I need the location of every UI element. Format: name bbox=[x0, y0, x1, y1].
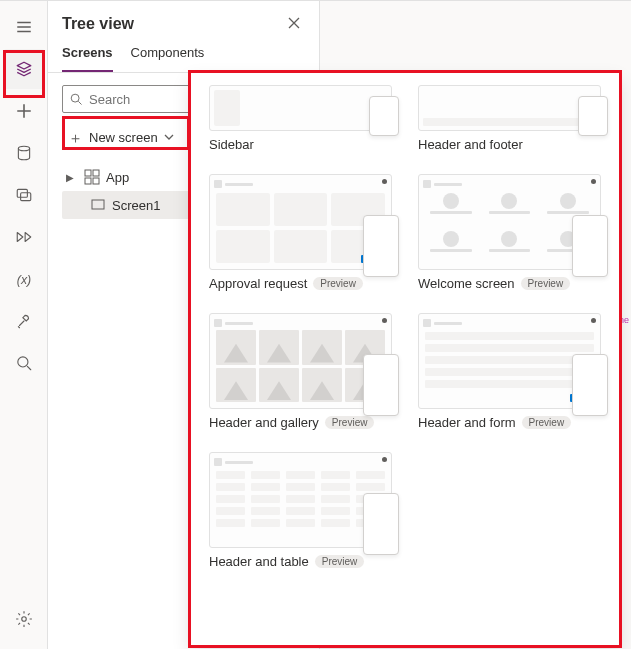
preview-badge: Preview bbox=[315, 555, 365, 568]
svg-point-5 bbox=[21, 617, 26, 622]
panel-title: Tree view bbox=[62, 15, 134, 33]
chevron-right-icon: ▶ bbox=[66, 172, 78, 183]
tab-screens[interactable]: Screens bbox=[62, 41, 113, 72]
hamburger-icon bbox=[15, 18, 33, 36]
close-panel-button[interactable] bbox=[283, 12, 305, 37]
flows-icon bbox=[15, 228, 33, 246]
layout-option-approval-request[interactable]: Approval request Preview bbox=[209, 174, 392, 291]
screen-icon bbox=[90, 197, 106, 213]
close-icon bbox=[287, 16, 301, 30]
app-icon bbox=[84, 169, 100, 185]
layout-option-header-table[interactable]: Header and table Preview bbox=[209, 452, 392, 569]
search-icon bbox=[15, 354, 33, 372]
gear-icon bbox=[15, 610, 33, 628]
search-nav-button[interactable] bbox=[4, 343, 44, 383]
panel-tabs: Screens Components bbox=[48, 41, 319, 73]
new-screen-button[interactable]: ＋ New screen bbox=[62, 123, 180, 151]
insert-nav-button[interactable] bbox=[4, 91, 44, 131]
settings-nav-button[interactable] bbox=[4, 599, 44, 639]
svg-point-0 bbox=[18, 146, 29, 151]
layout-label: Approval request bbox=[209, 276, 307, 291]
media-icon bbox=[15, 186, 33, 204]
left-nav-rail: (x) bbox=[0, 1, 48, 649]
svg-point-6 bbox=[71, 94, 79, 102]
layout-label: Header and table bbox=[209, 554, 309, 569]
preview-badge: Preview bbox=[325, 416, 375, 429]
treeview-nav-button[interactable] bbox=[4, 49, 44, 89]
layout-option-header-form[interactable]: Header and form Preview bbox=[418, 313, 601, 430]
search-icon bbox=[69, 92, 83, 106]
chevron-down-icon bbox=[164, 132, 174, 142]
preview-badge: Preview bbox=[521, 277, 571, 290]
tools-icon bbox=[15, 312, 33, 330]
svg-rect-10 bbox=[93, 178, 99, 184]
preview-badge: Preview bbox=[313, 277, 363, 290]
data-nav-button[interactable] bbox=[4, 133, 44, 173]
layers-icon bbox=[15, 60, 33, 78]
variables-icon: (x) bbox=[15, 270, 33, 288]
flows-nav-button[interactable] bbox=[4, 217, 44, 257]
svg-rect-7 bbox=[85, 170, 91, 176]
tree-node-label: Screen1 bbox=[112, 198, 160, 213]
svg-point-4 bbox=[17, 357, 27, 367]
layout-option-header-gallery[interactable]: Header and gallery Preview bbox=[209, 313, 392, 430]
svg-text:(x): (x) bbox=[16, 273, 30, 287]
variables-nav-button[interactable]: (x) bbox=[4, 259, 44, 299]
media-nav-button[interactable] bbox=[4, 175, 44, 215]
new-screen-label: New screen bbox=[89, 130, 158, 145]
layout-option-welcome-screen[interactable]: Welcome screen Preview bbox=[418, 174, 601, 291]
tools-nav-button[interactable] bbox=[4, 301, 44, 341]
plus-icon bbox=[15, 102, 33, 120]
layout-label: Header and form bbox=[418, 415, 516, 430]
preview-badge: Preview bbox=[522, 416, 572, 429]
layout-label: Welcome screen bbox=[418, 276, 515, 291]
layout-option-header-footer[interactable]: Header and footer bbox=[418, 85, 601, 152]
svg-rect-9 bbox=[85, 178, 91, 184]
tree-node-label: App bbox=[106, 170, 129, 185]
hamburger-button[interactable] bbox=[4, 7, 44, 47]
new-screen-popover: Sidebar Header and footer Approval reque bbox=[190, 72, 620, 646]
svg-rect-8 bbox=[93, 170, 99, 176]
layout-option-sidebar[interactable]: Sidebar bbox=[209, 85, 392, 152]
tab-components[interactable]: Components bbox=[131, 41, 205, 72]
database-icon bbox=[15, 144, 33, 162]
layout-label: Sidebar bbox=[209, 137, 254, 152]
plus-icon: ＋ bbox=[68, 130, 83, 145]
layout-label: Header and gallery bbox=[209, 415, 319, 430]
layout-label: Header and footer bbox=[418, 137, 523, 152]
svg-rect-11 bbox=[92, 200, 104, 209]
